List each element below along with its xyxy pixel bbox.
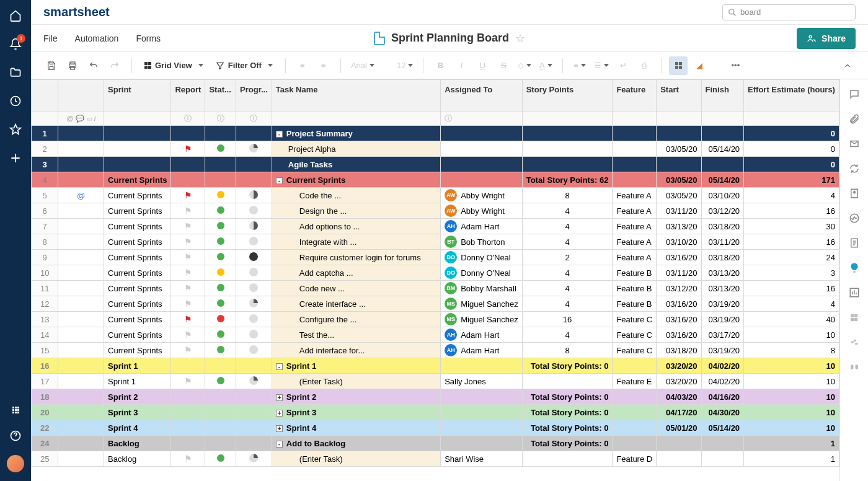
view-switcher[interactable]: Grid View: [140, 56, 208, 75]
table-row[interactable]: 14Current SprintsTest the...AHAdam Hart4…: [32, 327, 839, 343]
favorites-icon[interactable]: [9, 123, 22, 136]
format-icon[interactable]: ⎙: [635, 56, 653, 75]
folder-icon[interactable]: [9, 66, 22, 79]
search-input[interactable]: board: [722, 4, 856, 20]
textcolor-icon[interactable]: A: [536, 56, 555, 75]
col-status[interactable]: Stat...: [205, 80, 236, 112]
indent-icon[interactable]: ≡: [314, 56, 333, 75]
resource-icon[interactable]: [848, 336, 861, 348]
table-row[interactable]: 12Current SprintsCreate interface ...MSM…: [32, 296, 839, 312]
col-start[interactable]: Start: [657, 80, 701, 112]
italic-icon[interactable]: I: [452, 56, 471, 75]
add-icon[interactable]: [9, 151, 22, 165]
col-assigned[interactable]: Assigned To: [441, 80, 523, 112]
expand-icon[interactable]: +: [276, 425, 283, 432]
align-top-icon[interactable]: ☰: [591, 56, 611, 75]
share-button[interactable]: Share: [797, 28, 856, 49]
grid[interactable]: Sprint Report Stat... Progr... Task Name…: [31, 79, 839, 481]
font-select[interactable]: Arial: [348, 56, 377, 75]
grid-rail-icon[interactable]: [848, 311, 861, 324]
status-dot: [217, 346, 224, 353]
more-icon[interactable]: •••: [726, 56, 745, 75]
table-row[interactable]: 2Project Alpha03/05/2005/14/200: [32, 141, 839, 157]
expand-icon[interactable]: +: [276, 410, 283, 417]
table-row[interactable]: 7Current SprintsAdd options to ...AHAdam…: [32, 219, 839, 234]
col-task[interactable]: Task Name: [272, 80, 440, 112]
table-row[interactable]: 13Current SprintsConfigure the ...MSMigu…: [32, 312, 839, 327]
table-row[interactable]: 17Sprint 1(Enter Task)Sally JonesFeature…: [32, 374, 839, 389]
table-row[interactable]: 5@Current SprintsCode the ...AWAbby Wrig…: [32, 188, 839, 203]
expand-icon[interactable]: -: [276, 131, 283, 138]
col-report[interactable]: Report: [171, 80, 205, 112]
table-row[interactable]: 22Sprint 4+Sprint 4Total Story Points: 0…: [32, 420, 839, 436]
col-effort[interactable]: Effort Estimate (hours): [744, 80, 839, 112]
redo-icon[interactable]: [105, 56, 124, 75]
col-sprint[interactable]: Sprint: [104, 80, 171, 112]
table-row[interactable]: 24Backlog-Add to BacklogTotal Story Poin…: [32, 436, 839, 451]
save-icon[interactable]: [42, 56, 61, 75]
expand-icon[interactable]: +: [276, 394, 283, 401]
col-points[interactable]: Story Points: [522, 80, 613, 112]
attachments-icon[interactable]: [848, 113, 861, 125]
table-row[interactable]: 4Current Sprints-Current SprintsTotal St…: [32, 172, 839, 188]
table-row[interactable]: 18Sprint 2+Sprint 2Total Story Points: 0…: [32, 389, 839, 405]
table-row[interactable]: 10Current SprintsAdd captcha ...DODonny …: [32, 265, 839, 281]
chart-icon[interactable]: [848, 286, 861, 299]
notifications-icon[interactable]: 1: [9, 37, 22, 51]
table-row[interactable]: 8Current SprintsIntegrate with ...BTBob …: [32, 234, 839, 250]
outdent-icon[interactable]: ≡: [293, 56, 312, 75]
table-row[interactable]: 16Sprint 1-Sprint 1Total Story Points: 0…: [32, 358, 839, 374]
status-dot: [217, 299, 224, 307]
apps-icon[interactable]: [9, 403, 22, 417]
size-select[interactable]: 12: [394, 56, 415, 75]
print-icon[interactable]: [63, 56, 82, 75]
progress-pie: [249, 454, 258, 462]
menu-forms[interactable]: Forms: [136, 33, 161, 43]
table-row[interactable]: 11Current SprintsCode new ...BMBobby Mar…: [32, 281, 839, 296]
table-row[interactable]: 3Agile Tasks0: [32, 157, 839, 172]
filter-button[interactable]: Filter Off: [211, 56, 278, 75]
table-row[interactable]: 15Current SprintsAdd interface for...AHA…: [32, 343, 839, 358]
summary-icon[interactable]: [848, 237, 861, 249]
recents-icon[interactable]: [9, 94, 22, 108]
update-requests-icon[interactable]: [848, 162, 861, 175]
table-row[interactable]: 6Current SprintsDesign the ...AWAbby Wri…: [32, 203, 839, 219]
strike-icon[interactable]: S: [494, 56, 513, 75]
align-left-icon[interactable]: ≡: [570, 56, 589, 75]
proof-icon[interactable]: [848, 138, 861, 150]
col-progress[interactable]: Progr...: [236, 80, 272, 112]
col-feature[interactable]: Feature: [613, 80, 657, 112]
favorite-star-icon[interactable]: ☆: [515, 32, 525, 45]
activity-icon[interactable]: [848, 212, 861, 224]
status-dot: [217, 315, 224, 322]
publish-icon[interactable]: [848, 187, 861, 200]
toggle-grid-icon[interactable]: [669, 56, 688, 75]
comments-icon[interactable]: [848, 88, 861, 100]
progress-pie: [249, 376, 258, 385]
user-avatar[interactable]: [7, 455, 24, 472]
progress-pie: [249, 190, 258, 199]
expand-icon[interactable]: -: [276, 363, 283, 370]
fill-icon[interactable]: ◇: [515, 56, 534, 75]
bold-icon[interactable]: B: [431, 56, 450, 75]
table-row[interactable]: 25Backlog(Enter Task)Shari WiseFeature D…: [32, 451, 839, 467]
underline-icon[interactable]: U: [473, 56, 492, 75]
menu-automation[interactable]: Automation: [75, 33, 119, 43]
col-finish[interactable]: Finish: [701, 80, 744, 112]
expand-icon[interactable]: -: [276, 177, 283, 184]
table-row[interactable]: 1-Project Summary0: [32, 126, 839, 141]
undo-icon[interactable]: [84, 56, 103, 75]
wrap-icon[interactable]: ↵: [614, 56, 632, 75]
menu-file[interactable]: File: [43, 33, 58, 43]
highlight-icon[interactable]: ◢: [690, 56, 709, 75]
collapse-toolbar-icon[interactable]: [838, 56, 857, 75]
status-dot: [217, 253, 224, 260]
help-icon[interactable]: [9, 429, 22, 443]
table-row[interactable]: 20Sprint 3+Sprint 3Total Story Points: 0…: [32, 405, 839, 420]
expand-icon[interactable]: -: [276, 441, 283, 448]
integration-icon[interactable]: [848, 361, 861, 373]
home-icon[interactable]: [9, 9, 22, 22]
table-row[interactable]: 9Current SprintsRequire customer login f…: [32, 250, 839, 265]
flag-icon: [184, 299, 192, 307]
tips-icon[interactable]: [848, 262, 861, 274]
